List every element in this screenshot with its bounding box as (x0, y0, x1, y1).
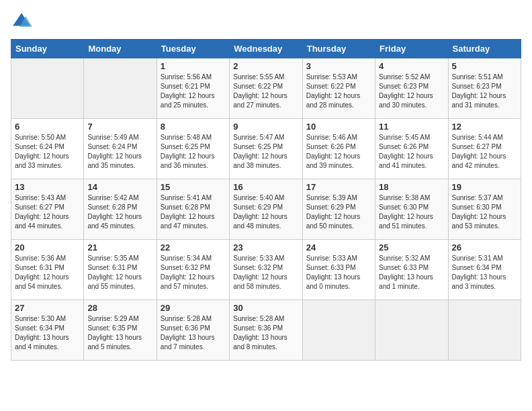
day-cell: 4Sunrise: 5:52 AM Sunset: 6:23 PM Daylig… (375, 58, 448, 119)
day-number: 25 (379, 242, 444, 253)
day-number: 29 (161, 303, 226, 313)
day-cell (302, 300, 375, 361)
day-cell: 10Sunrise: 5:46 AM Sunset: 6:26 PM Dayli… (302, 119, 375, 179)
day-info: Sunrise: 5:33 AM Sunset: 6:32 PM Dayligh… (233, 254, 298, 291)
day-info: Sunrise: 5:46 AM Sunset: 6:26 PM Dayligh… (306, 133, 371, 171)
day-cell: 20Sunrise: 5:36 AM Sunset: 6:31 PM Dayli… (11, 240, 84, 300)
week-row-5: 27Sunrise: 5:30 AM Sunset: 6:34 PM Dayli… (11, 300, 521, 361)
day-info: Sunrise: 5:36 AM Sunset: 6:31 PM Dayligh… (15, 254, 80, 291)
day-header-thursday: Thursday (302, 40, 375, 58)
day-info: Sunrise: 5:55 AM Sunset: 6:22 PM Dayligh… (233, 73, 298, 110)
logo-icon (11, 11, 32, 32)
day-info: Sunrise: 5:43 AM Sunset: 6:27 PM Dayligh… (15, 193, 80, 231)
day-cell: 27Sunrise: 5:30 AM Sunset: 6:34 PM Dayli… (11, 300, 84, 361)
day-info: Sunrise: 5:33 AM Sunset: 6:33 PM Dayligh… (306, 254, 371, 291)
day-header-monday: Monday (84, 40, 157, 58)
day-number: 7 (87, 122, 152, 132)
day-info: Sunrise: 5:35 AM Sunset: 6:31 PM Dayligh… (87, 254, 152, 291)
day-cell: 25Sunrise: 5:32 AM Sunset: 6:33 PM Dayli… (375, 240, 448, 300)
week-row-4: 20Sunrise: 5:36 AM Sunset: 6:31 PM Dayli… (11, 240, 521, 300)
day-cell: 13Sunrise: 5:43 AM Sunset: 6:27 PM Dayli… (11, 179, 84, 240)
day-number: 4 (379, 61, 444, 71)
day-header-tuesday: Tuesday (157, 40, 229, 58)
day-cell: 24Sunrise: 5:33 AM Sunset: 6:33 PM Dayli… (302, 240, 375, 300)
day-info: Sunrise: 5:50 AM Sunset: 6:24 PM Dayligh… (15, 133, 80, 171)
day-info: Sunrise: 5:51 AM Sunset: 6:23 PM Dayligh… (452, 73, 517, 110)
day-info: Sunrise: 5:49 AM Sunset: 6:24 PM Dayligh… (87, 133, 152, 171)
day-info: Sunrise: 5:44 AM Sunset: 6:27 PM Dayligh… (452, 133, 517, 171)
day-header-wednesday: Wednesday (230, 40, 302, 58)
day-number: 26 (452, 242, 517, 253)
day-cell: 29Sunrise: 5:28 AM Sunset: 6:36 PM Dayli… (157, 300, 229, 361)
day-header-saturday: Saturday (448, 40, 521, 58)
logo (11, 11, 35, 32)
day-info: Sunrise: 5:56 AM Sunset: 6:21 PM Dayligh… (161, 73, 226, 110)
header-row: SundayMondayTuesdayWednesdayThursdayFrid… (11, 40, 521, 58)
calendar-body: 1Sunrise: 5:56 AM Sunset: 6:21 PM Daylig… (11, 58, 521, 361)
day-cell: 3Sunrise: 5:53 AM Sunset: 6:22 PM Daylig… (302, 58, 375, 119)
day-number: 13 (15, 182, 80, 192)
day-info: Sunrise: 5:37 AM Sunset: 6:30 PM Dayligh… (452, 193, 517, 231)
day-number: 6 (15, 122, 80, 132)
day-number: 3 (306, 61, 371, 71)
day-cell: 18Sunrise: 5:38 AM Sunset: 6:30 PM Dayli… (375, 179, 448, 240)
day-cell (375, 300, 448, 361)
day-info: Sunrise: 5:53 AM Sunset: 6:22 PM Dayligh… (306, 73, 371, 110)
day-info: Sunrise: 5:52 AM Sunset: 6:23 PM Dayligh… (379, 73, 444, 110)
day-cell: 14Sunrise: 5:42 AM Sunset: 6:28 PM Dayli… (84, 179, 157, 240)
calendar-table: SundayMondayTuesdayWednesdayThursdayFrid… (11, 39, 521, 361)
day-info: Sunrise: 5:40 AM Sunset: 6:29 PM Dayligh… (233, 193, 298, 231)
day-info: Sunrise: 5:48 AM Sunset: 6:25 PM Dayligh… (161, 133, 226, 171)
day-info: Sunrise: 5:41 AM Sunset: 6:28 PM Dayligh… (161, 193, 226, 231)
day-number: 1 (161, 61, 226, 71)
day-info: Sunrise: 5:34 AM Sunset: 6:32 PM Dayligh… (161, 254, 226, 291)
day-number: 20 (15, 242, 80, 253)
day-number: 23 (233, 242, 298, 253)
day-info: Sunrise: 5:32 AM Sunset: 6:33 PM Dayligh… (379, 254, 444, 291)
day-info: Sunrise: 5:30 AM Sunset: 6:34 PM Dayligh… (15, 314, 80, 352)
header (11, 11, 521, 32)
day-number: 27 (15, 303, 80, 313)
day-number: 21 (87, 242, 152, 253)
week-row-3: 13Sunrise: 5:43 AM Sunset: 6:27 PM Dayli… (11, 179, 521, 240)
day-cell: 16Sunrise: 5:40 AM Sunset: 6:29 PM Dayli… (230, 179, 302, 240)
day-number: 2 (233, 61, 298, 71)
day-info: Sunrise: 5:29 AM Sunset: 6:35 PM Dayligh… (87, 314, 152, 352)
day-cell: 1Sunrise: 5:56 AM Sunset: 6:21 PM Daylig… (157, 58, 229, 119)
day-info: Sunrise: 5:39 AM Sunset: 6:29 PM Dayligh… (306, 193, 371, 231)
day-info: Sunrise: 5:45 AM Sunset: 6:26 PM Dayligh… (379, 133, 444, 171)
day-header-friday: Friday (375, 40, 448, 58)
day-number: 30 (233, 303, 298, 313)
day-number: 15 (161, 182, 226, 192)
day-info: Sunrise: 5:47 AM Sunset: 6:25 PM Dayligh… (233, 133, 298, 171)
day-cell: 26Sunrise: 5:31 AM Sunset: 6:34 PM Dayli… (448, 240, 521, 300)
day-info: Sunrise: 5:28 AM Sunset: 6:36 PM Dayligh… (233, 314, 298, 352)
day-cell: 5Sunrise: 5:51 AM Sunset: 6:23 PM Daylig… (448, 58, 521, 119)
day-cell: 21Sunrise: 5:35 AM Sunset: 6:31 PM Dayli… (84, 240, 157, 300)
day-number: 8 (161, 122, 226, 132)
day-number: 9 (233, 122, 298, 132)
day-info: Sunrise: 5:31 AM Sunset: 6:34 PM Dayligh… (452, 254, 517, 291)
day-cell: 7Sunrise: 5:49 AM Sunset: 6:24 PM Daylig… (84, 119, 157, 179)
week-row-2: 6Sunrise: 5:50 AM Sunset: 6:24 PM Daylig… (11, 119, 521, 179)
week-row-1: 1Sunrise: 5:56 AM Sunset: 6:21 PM Daylig… (11, 58, 521, 119)
day-cell (84, 58, 157, 119)
day-number: 18 (379, 182, 444, 192)
day-cell: 22Sunrise: 5:34 AM Sunset: 6:32 PM Dayli… (157, 240, 229, 300)
day-cell: 23Sunrise: 5:33 AM Sunset: 6:32 PM Dayli… (230, 240, 302, 300)
day-cell (448, 300, 521, 361)
day-info: Sunrise: 5:38 AM Sunset: 6:30 PM Dayligh… (379, 193, 444, 231)
day-number: 12 (452, 122, 517, 132)
day-number: 10 (306, 122, 371, 132)
day-number: 14 (87, 182, 152, 192)
day-cell: 11Sunrise: 5:45 AM Sunset: 6:26 PM Dayli… (375, 119, 448, 179)
day-number: 16 (233, 182, 298, 192)
day-cell (11, 58, 84, 119)
day-cell: 30Sunrise: 5:28 AM Sunset: 6:36 PM Dayli… (230, 300, 302, 361)
day-header-sunday: Sunday (11, 40, 84, 58)
day-cell: 28Sunrise: 5:29 AM Sunset: 6:35 PM Dayli… (84, 300, 157, 361)
day-info: Sunrise: 5:42 AM Sunset: 6:28 PM Dayligh… (87, 193, 152, 231)
day-cell: 15Sunrise: 5:41 AM Sunset: 6:28 PM Dayli… (157, 179, 229, 240)
calendar-header: SundayMondayTuesdayWednesdayThursdayFrid… (11, 40, 521, 58)
day-number: 22 (161, 242, 226, 253)
